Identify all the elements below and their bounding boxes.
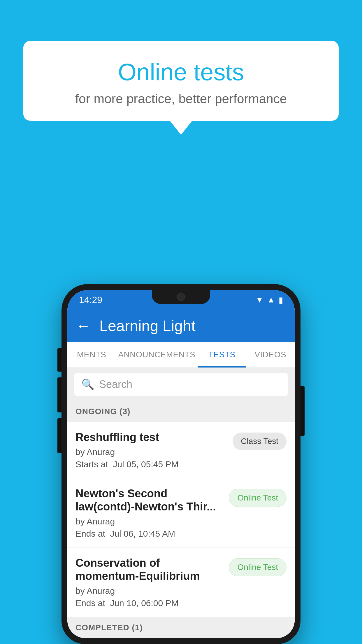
test-badge-2: Online Test — [229, 489, 287, 507]
back-button[interactable]: ← — [76, 317, 91, 334]
status-time: 14:29 — [79, 295, 102, 305]
test-name-1: Reshuffling test — [75, 431, 227, 444]
test-item-2[interactable]: Newton's Second law(contd)-Newton's Thir… — [67, 478, 295, 548]
battery-icon: ▮ — [279, 295, 283, 305]
side-button-volume-down[interactable] — [57, 377, 61, 412]
test-by-3: by Anurag — [75, 586, 223, 596]
search-placeholder: Search — [99, 378, 132, 391]
wifi-icon: ▼ — [256, 295, 264, 304]
bubble-subtitle: for more practice, better performance — [38, 92, 324, 106]
search-bar[interactable]: 🔍 Search — [74, 373, 288, 396]
test-by-2: by Anurag — [75, 517, 223, 526]
section-header-ongoing: ONGOING (3) — [67, 401, 295, 422]
phone-outer: 14:29 ▼ ▲ ▮ ← Learning Light MENTS ANNOU… — [61, 284, 301, 644]
test-info-2: Newton's Second law(contd)-Newton's Thir… — [75, 487, 223, 539]
status-icons: ▼ ▲ ▮ — [256, 295, 283, 305]
test-item-3[interactable]: Conservation of momentum-Equilibrium by … — [67, 548, 295, 617]
test-time-3: Ends at Jun 10, 06:00 PM — [75, 598, 223, 608]
test-item-1[interactable]: Reshuffling test by Anurag Starts at Jul… — [67, 422, 295, 478]
tab-ments[interactable]: MENTS — [67, 342, 116, 368]
phone-wrapper: 14:29 ▼ ▲ ▮ ← Learning Light MENTS ANNOU… — [61, 284, 301, 644]
signal-icon: ▲ — [267, 295, 275, 304]
tab-videos[interactable]: VIDEOS — [246, 342, 295, 368]
test-name-3: Conservation of momentum-Equilibrium — [75, 556, 223, 583]
test-badge-3: Online Test — [229, 558, 287, 576]
test-info-3: Conservation of momentum-Equilibrium by … — [75, 556, 223, 608]
tab-tests[interactable]: TESTS — [198, 342, 246, 368]
section-header-completed: COMPLETED (1) — [67, 617, 295, 638]
tab-announcements[interactable]: ANNOUNCEMENTS — [116, 342, 198, 368]
speech-bubble-container: Online tests for more practice, better p… — [23, 41, 339, 121]
test-list: Reshuffling test by Anurag Starts at Jul… — [67, 422, 295, 617]
search-icon: 🔍 — [81, 378, 94, 391]
bubble-title: Online tests — [38, 58, 324, 86]
test-badge-1: Class Test — [233, 433, 287, 450]
app-title: Learning Light — [99, 317, 196, 335]
test-by-1: by Anurag — [75, 447, 227, 457]
side-button-volume-up[interactable] — [57, 348, 61, 372]
side-button-volume-down2[interactable] — [57, 418, 61, 453]
phone-notch — [152, 290, 210, 304]
test-info-1: Reshuffling test by Anurag Starts at Jul… — [75, 431, 227, 469]
test-time-1: Starts at Jul 05, 05:45 PM — [75, 459, 227, 469]
tabs-container: MENTS ANNOUNCEMENTS TESTS VIDEOS — [67, 342, 295, 368]
test-time-2: Ends at Jul 06, 10:45 AM — [75, 529, 223, 539]
app-bar: ← Learning Light — [67, 310, 295, 342]
test-name-2: Newton's Second law(contd)-Newton's Thir… — [75, 487, 223, 514]
phone-camera — [177, 293, 185, 301]
search-container: 🔍 Search — [67, 368, 295, 401]
side-button-power[interactable] — [301, 386, 305, 436]
speech-bubble: Online tests for more practice, better p… — [23, 41, 339, 121]
phone-screen: 14:29 ▼ ▲ ▮ ← Learning Light MENTS ANNOU… — [67, 290, 295, 638]
